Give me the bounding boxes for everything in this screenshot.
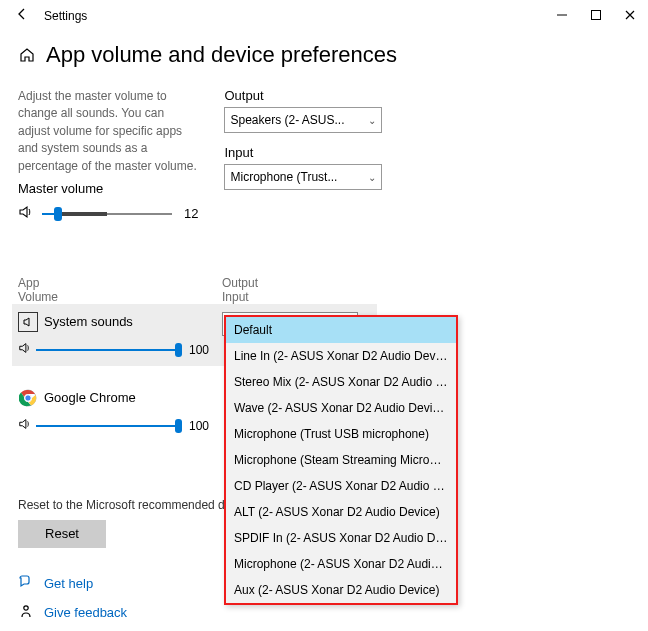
app-volume-slider[interactable] (36, 416, 181, 436)
give-feedback-link[interactable]: Give feedback (44, 605, 127, 620)
maximize-button[interactable] (590, 9, 602, 24)
chevron-down-icon: ⌄ (368, 115, 376, 126)
input-select[interactable]: Microphone (Trust... ⌄ (224, 164, 382, 190)
dropdown-option[interactable]: Aux (2- ASUS Xonar D2 Audio Device) (226, 577, 456, 603)
input-dropdown-list: DefaultLine In (2- ASUS Xonar D2 Audio D… (224, 315, 458, 605)
dropdown-option[interactable]: Microphone (Steam Streaming Microphone) (226, 447, 456, 473)
app-volume-value: 100 (189, 419, 209, 433)
app-volume-slider[interactable] (36, 340, 181, 360)
dropdown-option[interactable]: Stereo Mix (2- ASUS Xonar D2 Audio Devic… (226, 369, 456, 395)
master-volume-value: 12 (184, 206, 198, 221)
titlebar: Settings (0, 0, 648, 32)
help-icon (18, 574, 36, 593)
app-name: Google Chrome (44, 390, 136, 405)
svg-point-4 (24, 606, 28, 610)
output-select-value: Speakers (2- ASUS... (230, 113, 344, 127)
dropdown-option[interactable]: Line In (2- ASUS Xonar D2 Audio Device) (226, 343, 456, 369)
column-headers: App Volume Output Input (18, 276, 630, 304)
output-select[interactable]: Speakers (2- ASUS... ⌄ (224, 107, 382, 133)
feedback-icon (18, 603, 36, 622)
reset-button[interactable]: Reset (18, 520, 106, 548)
output-label: Output (224, 88, 382, 103)
dropdown-option[interactable]: Microphone (Trust USB microphone) (226, 421, 456, 447)
master-volume-label: Master volume (18, 181, 198, 196)
home-icon[interactable] (18, 46, 36, 64)
window-controls (556, 9, 636, 24)
dropdown-option[interactable]: Microphone (2- ASUS Xonar D2 Audio Devic… (226, 551, 456, 577)
master-volume-slider[interactable] (42, 204, 172, 224)
dropdown-option[interactable]: ALT (2- ASUS Xonar D2 Audio Device) (226, 499, 456, 525)
speaker-icon (18, 417, 32, 435)
app-name: System sounds (44, 314, 133, 329)
description-text: Adjust the master volume to change all s… (18, 88, 198, 175)
page-header: App volume and device preferences (18, 42, 630, 68)
svg-point-3 (25, 395, 31, 401)
dropdown-option[interactable]: Default (226, 317, 456, 343)
system-sounds-icon (18, 312, 38, 332)
app-volume-value: 100 (189, 343, 209, 357)
get-help-link[interactable]: Get help (44, 576, 93, 591)
page-title: App volume and device preferences (46, 42, 397, 68)
chevron-down-icon: ⌄ (368, 172, 376, 183)
speaker-icon (18, 204, 36, 224)
minimize-button[interactable] (556, 9, 568, 24)
back-button[interactable] (12, 7, 32, 25)
input-select-value: Microphone (Trust... (230, 170, 337, 184)
dropdown-option[interactable]: Wave (2- ASUS Xonar D2 Audio Device) (226, 395, 456, 421)
window-title: Settings (44, 9, 87, 23)
input-label: Input (224, 145, 382, 160)
speaker-icon (18, 341, 32, 359)
dropdown-option[interactable]: CD Player (2- ASUS Xonar D2 Audio Device… (226, 473, 456, 499)
dropdown-option[interactable]: SPDIF In (2- ASUS Xonar D2 Audio Device) (226, 525, 456, 551)
chrome-icon (18, 388, 38, 408)
svg-rect-1 (592, 10, 601, 19)
close-button[interactable] (624, 9, 636, 24)
